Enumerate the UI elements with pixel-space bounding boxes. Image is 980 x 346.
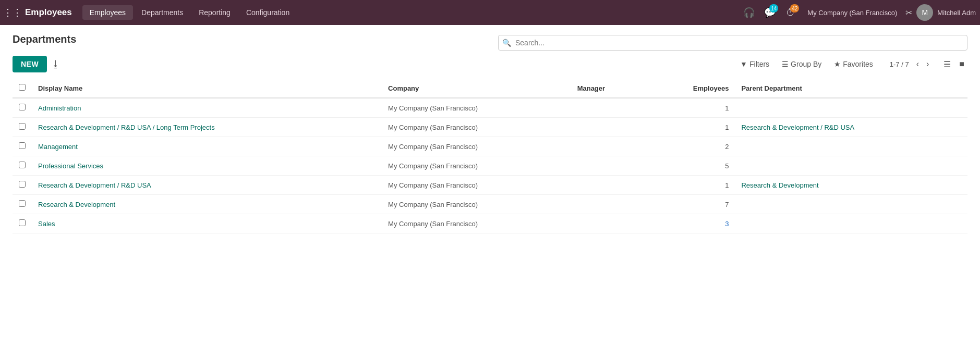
table-row: Professional ServicesMy Company (San Fra… [13, 156, 967, 176]
cell-company: My Company (San Francisco) [382, 118, 571, 137]
cell-company: My Company (San Francisco) [382, 137, 571, 156]
cell-company: My Company (San Francisco) [382, 156, 571, 176]
row-checkbox-cell[interactable] [13, 118, 32, 137]
cell-manager [571, 98, 646, 118]
cell-company: My Company (San Francisco) [382, 214, 571, 233]
new-button[interactable]: NEW [13, 56, 47, 72]
row-checkbox-2[interactable] [19, 142, 26, 149]
row-checkbox-6[interactable] [19, 219, 26, 226]
row-checkbox-cell[interactable] [13, 195, 32, 214]
support-icon-btn[interactable]: 🎧 [741, 4, 757, 21]
messages-badge: 14 [769, 4, 778, 13]
row-checkbox-cell[interactable] [13, 176, 32, 195]
download-button[interactable]: ⭳ [47, 57, 65, 72]
messages-icon-btn[interactable]: 💬 14 [761, 4, 778, 21]
cell-parent-department[interactable]: Research & Development / R&D USA [735, 118, 967, 137]
cell-display-name[interactable]: Professional Services [32, 156, 382, 176]
cell-display-name[interactable]: Research & Development [32, 195, 382, 214]
row-checkbox-1[interactable] [19, 123, 26, 130]
layers-icon: ☰ [782, 60, 789, 68]
menu-configuration[interactable]: Configuration [239, 5, 297, 20]
cell-employees: 7 [646, 195, 735, 214]
menu-reporting[interactable]: Reporting [191, 5, 238, 20]
cell-display-name[interactable]: Management [32, 137, 382, 156]
cell-company: My Company (San Francisco) [382, 98, 571, 118]
cell-employees: 1 [646, 176, 735, 195]
cell-manager [571, 137, 646, 156]
filter-icon: ▼ [740, 60, 747, 68]
table-row: Research & DevelopmentMy Company (San Fr… [13, 195, 967, 214]
content-area: Departments 🔍 NEW ⭳ ▼ Filters ☰ Group By… [0, 25, 980, 346]
kanban-view-button[interactable]: ■ [956, 58, 967, 70]
row-checkbox-cell[interactable] [13, 156, 32, 176]
view-toggle: ☰ ■ [940, 58, 967, 70]
menu-employees[interactable]: Employees [82, 5, 133, 20]
col-parent-department[interactable]: Parent Department [735, 79, 967, 98]
table-row: AdministrationMy Company (San Francisco)… [13, 98, 967, 118]
cell-parent-department [735, 137, 967, 156]
topnav-right: 🎧 💬 14 ⏱ 42 My Company (San Francisco) ✂… [741, 4, 976, 21]
headset-icon: 🎧 [743, 7, 755, 18]
row-checkbox-3[interactable] [19, 162, 26, 168]
search-icon: 🔍 [502, 39, 511, 47]
cell-manager [571, 176, 646, 195]
menu-departments[interactable]: Departments [134, 5, 190, 20]
pagination-info: 1-7 / 7 [890, 60, 909, 68]
col-company[interactable]: Company [382, 79, 571, 98]
cell-manager [571, 118, 646, 137]
page-title: Departments [13, 33, 76, 45]
search-input[interactable] [498, 35, 967, 51]
filters-button[interactable]: ▼ Filters [736, 58, 773, 70]
row-checkbox-0[interactable] [19, 104, 26, 110]
scissors-icon[interactable]: ✂ [905, 8, 912, 18]
table-row: Research & Development / R&D USA / Long … [13, 118, 967, 137]
cell-company: My Company (San Francisco) [382, 195, 571, 214]
cell-manager [571, 195, 646, 214]
table-row: SalesMy Company (San Francisco)3 [13, 214, 967, 233]
cell-display-name[interactable]: Research & Development / R&D USA / Long … [32, 118, 382, 137]
apps-icon[interactable]: ⋮⋮ [4, 4, 21, 21]
cell-employees: 5 [646, 156, 735, 176]
row-checkbox-5[interactable] [19, 200, 26, 207]
topnav: ⋮⋮ Employees Employees Departments Repor… [0, 0, 980, 25]
select-all-checkbox[interactable] [19, 84, 26, 91]
activity-icon-btn[interactable]: ⏱ 42 [782, 4, 799, 21]
header-checkbox-cell[interactable] [13, 79, 32, 98]
cell-parent-department [735, 195, 967, 214]
table-row: Research & Development / R&D USAMy Compa… [13, 176, 967, 195]
row-checkbox-cell[interactable] [13, 214, 32, 233]
cell-company: My Company (San Francisco) [382, 176, 571, 195]
cell-manager [571, 156, 646, 176]
brand-label[interactable]: Employees [25, 7, 72, 18]
cell-display-name[interactable]: Administration [32, 98, 382, 118]
col-display-name[interactable]: Display Name [32, 79, 382, 98]
search-area: 🔍 [498, 35, 967, 51]
cell-employees: 1 [646, 118, 735, 137]
cell-parent-department [735, 214, 967, 233]
cell-parent-department[interactable]: Research & Development [735, 176, 967, 195]
favorites-button[interactable]: ★ Favorites [830, 58, 877, 70]
prev-page-button[interactable]: ‹ [913, 58, 922, 70]
pagination-controls: ‹ › [913, 58, 933, 70]
table-row: ManagementMy Company (San Francisco)2 [13, 137, 967, 156]
cell-parent-department [735, 156, 967, 176]
cell-display-name[interactable]: Sales [32, 214, 382, 233]
departments-table: Display Name Company Manager Employees P… [13, 79, 967, 233]
username-label[interactable]: Mitchell Adm [937, 9, 976, 17]
cell-employees: 1 [646, 98, 735, 118]
groupby-button[interactable]: ☰ Group By [778, 58, 826, 70]
next-page-button[interactable]: › [923, 58, 932, 70]
row-checkbox-cell[interactable] [13, 137, 32, 156]
list-view-button[interactable]: ☰ [940, 58, 954, 70]
cell-employees: 2 [646, 137, 735, 156]
cell-manager [571, 214, 646, 233]
col-manager[interactable]: Manager [571, 79, 646, 98]
row-checkbox-cell[interactable] [13, 98, 32, 118]
col-employees[interactable]: Employees [646, 79, 735, 98]
topnav-menu: Employees Departments Reporting Configur… [82, 5, 739, 20]
company-selector[interactable]: My Company (San Francisco) [803, 9, 901, 17]
activity-badge: 42 [790, 4, 799, 13]
row-checkbox-4[interactable] [19, 181, 26, 188]
cell-display-name[interactable]: Research & Development / R&D USA [32, 176, 382, 195]
user-avatar[interactable]: M [916, 4, 933, 21]
